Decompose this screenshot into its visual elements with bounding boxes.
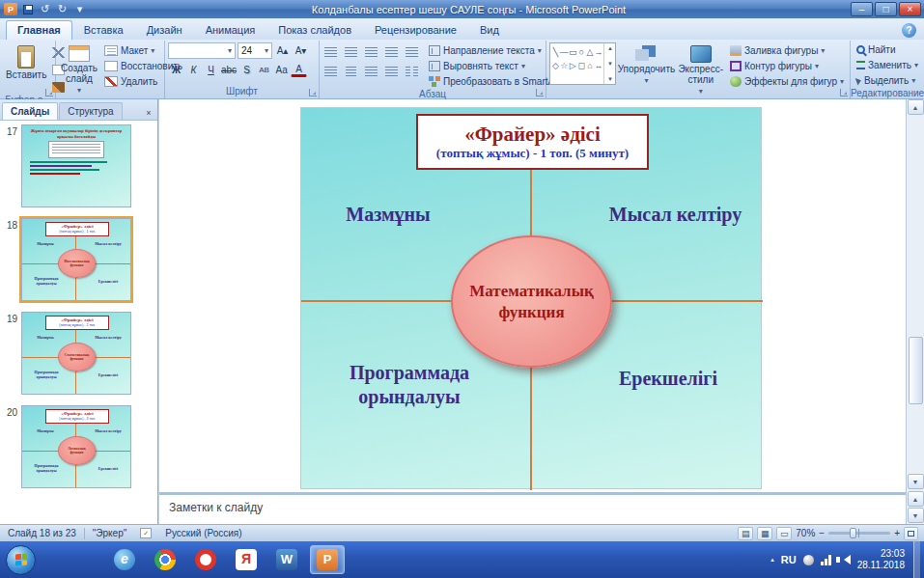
zoom-level[interactable]: 70%	[796, 528, 815, 538]
tray-status-icon[interactable]	[803, 555, 814, 565]
line-spacing-button[interactable]	[404, 44, 420, 60]
scrollbar-thumb[interactable]	[909, 337, 923, 404]
slide-thumbnail-18[interactable]: 18 «Фрайер» әдісі (топтық жұмыс) - 1 топ…	[2, 218, 157, 301]
zoom-slider-thumb[interactable]	[850, 528, 856, 538]
vertical-scrollbar[interactable]: ▲ ▼ ▲ ▼	[906, 99, 924, 524]
volume-icon[interactable]	[839, 555, 851, 564]
strikethrough-button[interactable]: abc	[220, 62, 238, 77]
increase-indent-button[interactable]	[383, 44, 400, 60]
shape-square-icon[interactable]: ◻	[577, 59, 586, 72]
notes-placeholder[interactable]: Заметки к слайду	[159, 495, 906, 514]
quick-styles-button[interactable]: Экспресс-стили ▾	[676, 42, 725, 99]
shape-star-icon[interactable]: ☆	[560, 59, 569, 72]
replace-button[interactable]: Заменить▾	[854, 58, 921, 72]
zoom-out-button[interactable]: −	[819, 528, 825, 538]
shape-right-triangle-icon[interactable]: ▷	[569, 59, 577, 72]
fit-to-window-button[interactable]	[904, 527, 918, 540]
shape-outline-button[interactable]: Контур фигуры▾	[727, 59, 847, 73]
paste-button[interactable]: Вставить	[4, 42, 48, 95]
undo-button[interactable]: ↺	[38, 2, 52, 16]
shape-ellipse-icon[interactable]: ○	[577, 45, 586, 59]
language-indicator[interactable]: RU	[781, 554, 797, 565]
shape-arrow-icon[interactable]: →	[594, 45, 602, 59]
text-shadow-button[interactable]: S	[238, 62, 255, 77]
numbering-button[interactable]	[343, 44, 359, 60]
language-status[interactable]: Русский (Россия)	[157, 528, 249, 538]
font-color-button[interactable]: А	[291, 63, 307, 77]
find-button[interactable]: Найти	[854, 42, 921, 57]
italic-button[interactable]: К	[185, 62, 202, 77]
shape-rectangle-icon[interactable]: ▭	[569, 45, 577, 59]
close-button[interactable]: ×	[899, 2, 921, 16]
taskbar-app-opera[interactable]	[188, 545, 223, 574]
quadrant-label-bottom-right[interactable]: Ерекшелігі	[591, 367, 745, 391]
taskbar-app-powerpoint[interactable]: P	[310, 545, 345, 574]
spellcheck-icon[interactable]: ✓	[140, 528, 152, 538]
clock[interactable]: 23:03 28.11.2018	[857, 548, 907, 571]
panel-close-icon[interactable]: ×	[142, 106, 155, 120]
shapes-more-icon[interactable]: ▼	[607, 76, 613, 82]
character-spacing-button[interactable]: АВ	[256, 62, 272, 77]
grow-font-button[interactable]: А▴	[274, 42, 291, 58]
minimize-button[interactable]: –	[851, 2, 873, 16]
previous-slide-button[interactable]: ▲	[908, 491, 924, 507]
start-button[interactable]	[6, 545, 36, 575]
align-right-button[interactable]	[363, 64, 379, 79]
slide-thumbnail-17[interactable]: 17 Жұпта отырған оқушылар бірінің дескри…	[2, 124, 157, 207]
network-icon[interactable]	[821, 555, 832, 565]
shapes-scroll-up-icon[interactable]: ▲	[607, 45, 613, 51]
shape-line-icon[interactable]: ╲	[551, 45, 560, 59]
slideshow-view-button[interactable]: ▭	[776, 527, 792, 540]
justify-button[interactable]	[383, 64, 400, 79]
dialog-launcher-icon[interactable]	[840, 89, 848, 96]
decrease-indent-button[interactable]	[363, 44, 379, 60]
shrink-font-button[interactable]: А▾	[293, 42, 309, 58]
bold-button[interactable]: Ж	[168, 62, 184, 77]
quadrant-label-bottom-left[interactable]: Программада орындалуы	[313, 361, 506, 409]
tab-slideshow[interactable]: Показ слайдов	[266, 20, 363, 40]
scroll-up-button[interactable]: ▲	[908, 99, 924, 115]
taskbar-app-yandex[interactable]: Я	[229, 545, 264, 574]
tab-view[interactable]: Вид	[468, 20, 511, 40]
next-slide-button[interactable]: ▼	[908, 508, 924, 523]
tab-slides[interactable]: Слайды	[2, 102, 58, 120]
zoom-in-button[interactable]: +	[894, 528, 900, 538]
slide-title-box[interactable]: «Фрайер» әдісі (топтық жұмыс) - 1 топ. (…	[416, 114, 649, 170]
current-slide[interactable]: «Фрайер» әдісі (топтық жұмыс) - 1 топ. (…	[300, 107, 762, 489]
taskbar-app-word[interactable]: W	[269, 545, 304, 574]
arrange-button[interactable]: Упорядочить ▾	[618, 42, 674, 99]
align-left-button[interactable]	[322, 64, 339, 79]
redo-button[interactable]: ↻	[55, 2, 70, 16]
tab-animation[interactable]: Анимация	[194, 20, 267, 40]
dialog-launcher-icon[interactable]	[536, 89, 544, 96]
zoom-slider[interactable]	[828, 532, 890, 535]
taskbar-app-ie[interactable]: e	[107, 545, 142, 574]
show-desktop-button[interactable]	[913, 541, 920, 578]
maximize-button[interactable]: □	[875, 2, 897, 16]
font-name-combo[interactable]: ▾	[168, 42, 236, 59]
qat-dropdown-button[interactable]: ▾	[72, 2, 87, 16]
shape-dash-icon[interactable]: —	[560, 45, 569, 59]
select-button[interactable]: Выделить▾	[854, 73, 921, 88]
quadrant-label-top-right[interactable]: Мысал келтіру	[586, 203, 765, 227]
tab-outline[interactable]: Структура	[59, 102, 122, 120]
hidden-icons-chevron[interactable]: ▴	[770, 556, 774, 564]
shapes-scroll-down-icon[interactable]: ▼	[607, 61, 613, 67]
center-ellipse[interactable]: Математикалық функция	[451, 235, 612, 368]
shapes-gallery-scrollbar[interactable]: ▲ ▼ ▼	[603, 43, 615, 84]
shape-home-icon[interactable]: ⌂	[586, 59, 595, 72]
new-slide-button[interactable]: Создать слайд ▾	[59, 42, 99, 98]
tab-design[interactable]: Дизайн	[135, 20, 194, 40]
dialog-launcher-icon[interactable]	[309, 89, 317, 96]
bullets-button[interactable]	[322, 44, 339, 60]
help-icon[interactable]: ?	[902, 23, 916, 38]
normal-view-button[interactable]: ▤	[738, 527, 753, 540]
underline-button[interactable]: Ч	[203, 62, 219, 77]
quadrant-label-top-left[interactable]: Мазмұны	[316, 203, 461, 227]
dialog-launcher-icon[interactable]	[45, 89, 53, 96]
shape-triangle-icon[interactable]: △	[586, 45, 595, 59]
slide-thumbnail-19[interactable]: 19 «Фрайер» әдісі (топтық жұмыс) - 2 топ…	[2, 312, 157, 395]
slide-thumbnail-20[interactable]: 20 «Фрайер» әдісі (топтық жұмыс) - 3 топ…	[2, 405, 157, 488]
font-size-combo[interactable]: 24▾	[238, 42, 272, 59]
slide-sorter-view-button[interactable]: ▦	[757, 527, 772, 540]
